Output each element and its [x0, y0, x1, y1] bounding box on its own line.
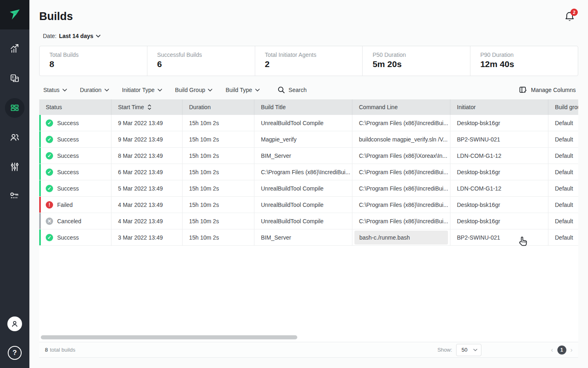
key-icon	[5, 186, 24, 205]
column-header-label: Build Title	[261, 104, 286, 110]
chevron-down-icon	[473, 349, 477, 351]
column-header-build-group[interactable]: Build group	[548, 99, 578, 115]
command-line-cell: C:\Program Files (x86)\IncrediBui...	[352, 164, 450, 180]
build-group-cell: Default	[548, 229, 578, 245]
sidebar-item-users[interactable]	[0, 128, 29, 147]
table-row[interactable]: !Failed4 Mar 2022 13:4915h 10m 2sUnrealB…	[39, 197, 578, 213]
sidebar-item-license[interactable]	[0, 186, 29, 205]
column-header-label: Initiator	[457, 104, 476, 110]
column-header-build-title[interactable]: Build Title	[254, 99, 352, 115]
status-label: Success	[57, 234, 79, 241]
sidebar: ?	[0, 0, 29, 368]
date-filter[interactable]: Date: Last 14 days	[43, 32, 100, 40]
sidebar-item-agents[interactable]	[0, 69, 29, 88]
initiator-cell: Desktop-bsk16gr	[450, 213, 548, 229]
sidebar-account[interactable]	[0, 316, 29, 331]
start-time-cell: 3 Mar 2022 13:49	[111, 229, 183, 245]
command-line-cell[interactable]: bash-c./runme.bash	[352, 229, 450, 245]
chevron-down-icon	[158, 89, 162, 92]
table-body: ✓Success9 Mar 2022 13:4915h 10m 2sUnreal…	[39, 115, 578, 246]
app-logo[interactable]	[0, 0, 29, 29]
status-cell: ✓Success	[39, 115, 111, 131]
users-icon	[5, 128, 24, 147]
success-status-icon: ✓	[46, 185, 53, 192]
initiator-cell: LDN-COM-G1-12	[450, 148, 548, 164]
initiator-cell: Desktop-bsk16gr	[450, 197, 548, 213]
duration-cell: 15h 10m 2s	[183, 197, 254, 213]
filter-dropdown-initiator-type[interactable]: Initiator Type	[122, 87, 162, 93]
stat-card-1: Successful Builds6	[147, 46, 255, 76]
page-size-select[interactable]: 50	[456, 344, 481, 356]
prev-page-button[interactable]: ‹	[551, 347, 553, 353]
manage-columns-label: Manage Columns	[531, 87, 576, 93]
avatar[interactable]	[7, 316, 22, 331]
table-row[interactable]: ✓Success9 Mar 2022 13:4915h 10m 2sUnreal…	[39, 115, 578, 131]
build-group-cell: Default	[548, 213, 578, 229]
manage-columns-button[interactable]: Manage Columns	[519, 86, 578, 94]
initiator-cell: BP2-SWINU-021	[450, 131, 548, 147]
build-title-cell: BIM_Server	[254, 148, 352, 164]
chart-arrow-icon	[5, 39, 24, 58]
sidebar-item-builds[interactable]	[0, 98, 29, 118]
search-button[interactable]: Search	[278, 86, 307, 94]
notifications-bell[interactable]: 2	[564, 11, 578, 25]
help-icon[interactable]: ?	[8, 346, 22, 360]
status-label: Success	[57, 169, 79, 175]
filter-label: Initiator Type	[122, 87, 155, 93]
status-label: Failed	[57, 202, 73, 208]
filter-dropdown-build-group[interactable]: Build Group	[175, 87, 213, 93]
initiator-cell: Desktop-bsk16gr	[450, 115, 548, 131]
command-line-highlighted[interactable]: bash-c./runme.bash	[354, 231, 448, 245]
status-label: Canceled	[57, 218, 81, 224]
table-row[interactable]: ✓Success6 Mar 2022 13:4915h 10m 2sC:\Pro…	[39, 164, 578, 180]
table-row[interactable]: ✓Success5 Mar 2022 13:4915h 10m 2sUnreal…	[39, 180, 578, 197]
next-page-button[interactable]: ›	[570, 347, 572, 353]
command-line-cell: C:\Program Files (x86)\Xoreax\In...	[352, 148, 450, 164]
current-page[interactable]: 1	[557, 346, 566, 355]
stat-label: P50 Duration	[372, 52, 470, 58]
build-title-cell: UnrealBuildTool Compile	[254, 213, 352, 229]
sidebar-item-insights[interactable]	[0, 39, 29, 58]
table-header-row: StatusStart TimeDurationBuild TitleComma…	[39, 99, 578, 115]
stat-card-0: Total Builds8	[40, 46, 147, 76]
build-group-cell: Default	[548, 131, 578, 147]
column-header-status[interactable]: Status	[39, 99, 111, 115]
stat-card-4: P90 Duration12m 40s	[470, 46, 578, 76]
stat-label: Total Builds	[49, 52, 147, 58]
sidebar-item-settings[interactable]	[0, 157, 29, 177]
status-label: Success	[57, 136, 79, 143]
show-label: Show:	[437, 347, 452, 353]
stat-label: Total Initiator Agents	[265, 52, 363, 58]
success-status-icon: ✓	[46, 234, 53, 241]
column-header-label: Duration	[189, 104, 211, 110]
date-filter-label: Date:	[43, 33, 56, 39]
table-row[interactable]: ✓Success8 Mar 2022 13:4915h 10m 2sBIM_Se…	[39, 148, 578, 164]
start-time-cell: 9 Mar 2022 13:49	[111, 131, 183, 147]
sidebar-help[interactable]: ?	[0, 346, 29, 360]
table-row[interactable]: ✓Success9 Mar 2022 13:4915h 10m 2sMagpie…	[39, 131, 578, 148]
build-title-cell: UnrealBuildTool Compile	[254, 197, 352, 213]
filter-dropdown-build-type[interactable]: Build Type	[225, 87, 259, 93]
table-row[interactable]: ✕Canceled4 Mar 2022 13:4915h 10m 2sUnrea…	[39, 213, 578, 229]
column-header-initiator[interactable]: Initiator	[450, 99, 548, 115]
filter-dropdown-duration[interactable]: Duration	[80, 87, 109, 93]
horizontal-scrollbar[interactable]	[41, 335, 297, 339]
builds-table: StatusStart TimeDurationBuild TitleComma…	[39, 99, 578, 342]
build-group-cell: Default	[548, 180, 578, 196]
table-row[interactable]: ✓Success3 Mar 2022 13:4915h 10m 2sBIM_Se…	[39, 229, 578, 246]
column-header-duration[interactable]: Duration	[183, 99, 254, 115]
filter-dropdown-status[interactable]: Status	[43, 87, 67, 93]
filter-label: Build Group	[175, 87, 205, 93]
column-header-command-line[interactable]: Command Line	[352, 99, 450, 115]
build-group-cell: Default	[548, 164, 578, 180]
chevron-down-icon	[208, 89, 212, 92]
build-group-cell: Default	[548, 197, 578, 213]
status-cell: ✓Success	[39, 131, 111, 147]
duration-cell: 15h 10m 2s	[183, 229, 254, 245]
success-status-icon: ✓	[46, 136, 53, 143]
total-builds-label: total builds	[50, 347, 75, 353]
column-header-start-time[interactable]: Start Time	[111, 99, 183, 115]
status-cell: ✓Success	[39, 164, 111, 180]
success-status-icon: ✓	[46, 168, 53, 176]
build-title-cell: BIM_Server	[254, 229, 352, 245]
